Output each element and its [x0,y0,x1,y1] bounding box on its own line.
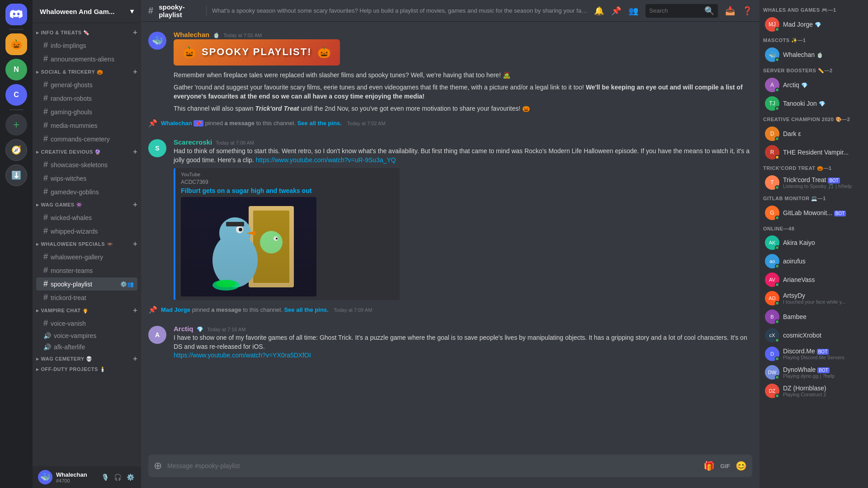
gif-icon[interactable]: GIF [720,463,730,469]
member-item-whalechan-sidebar[interactable]: 🐳 Whalechan 🍵 [761,46,866,64]
bell-icon[interactable]: 🔔 [594,6,604,16]
category-whaloween-specials[interactable]: ▸ WHALOWEEN SPECIALS 🦇 + [33,238,141,250]
server-icon-add[interactable]: + [5,114,27,136]
chevron-down-icon: ▾ [130,7,134,15]
chevron-icon: ▸ [36,356,39,362]
member-item-discord-me[interactable]: D Discord.Me BOT Playing Discord.Me Serv… [761,345,866,363]
server-icon-download[interactable]: ⬇️ [5,164,27,186]
server-icon-whaloween[interactable]: 🎃 [5,33,27,55]
system-actor-link-1[interactable]: Whalechan [161,120,192,127]
hash-icon: # [43,80,48,89]
category-creative-devious[interactable]: ▸ CREATIVE DEVIOUS 🔮 + [33,146,141,158]
category-add-icon[interactable]: + [133,355,137,363]
member-item-aoirufus[interactable]: ao aoirufus [761,252,866,270]
channel-item-voice-vanish[interactable]: # voice-vanish [36,317,137,330]
embed-title-link[interactable]: Filburt gets on a sugar high and tweaks … [181,187,311,194]
channel-item-spooky-playlist[interactable]: # spooky-playlist ⚙️👥 [36,277,137,291]
category-add-icon[interactable]: + [133,240,137,248]
members-icon[interactable]: 👥 [628,6,638,16]
pin-icon[interactable]: 📌 [611,6,621,16]
category-info-treats[interactable]: ▸ INFO & TREATS 🍬 + [33,27,141,38]
channel-name: commands-cemetery [51,136,110,143]
category-label: VAMPIRE CHAT 🧛 [41,308,89,314]
member-item-cosmic-xrobot[interactable]: cX cosmicXrobot [761,326,866,344]
scarecroski-link[interactable]: https://www.youtube.com/watch?v=uR-9Su3a… [256,156,396,164]
channel-item-wips-witches[interactable]: # wips-witches [36,172,137,185]
video-thumbnail[interactable]: ▶ [181,197,316,296]
member-item-trickord-treat[interactable]: T Trick'cord Treat BOT Listening to Spoo… [761,174,866,192]
channel-item-gamedev-goblins[interactable]: # gamedev-goblins [36,185,137,198]
search-box[interactable]: 🔍 [646,4,718,18]
channel-item-whipped-wizards[interactable]: # whipped-wizards [36,225,137,238]
member-item-mad-jorge[interactable]: MJ Mad Jorge 💎 [761,15,866,33]
message-input[interactable] [167,457,698,474]
channel-item-commands-cemetery[interactable]: # commands-cemetery [36,132,137,145]
category-wag-games[interactable]: ▸ WAG GAMES 👾 + [33,199,141,211]
member-item-bambee[interactable]: B Bambee [761,308,866,326]
channel-item-announcements-aliens[interactable]: # announcements-aliens [36,52,137,66]
category-add-icon[interactable]: + [133,28,137,37]
status-indicator [775,282,779,287]
channel-item-afk-afterlife[interactable]: 🔊 afk-afterlife [36,342,137,352]
search-icon: 🔍 [704,6,714,16]
server-header[interactable]: Whaloween And Gam... ▾ [33,0,141,23]
mute-button[interactable]: 🎙️ [99,472,110,483]
avatar-arianevass: AV [765,272,779,287]
member-item-arctiq[interactable]: A Arctiq 💎 [761,76,866,94]
hash-icon: # [43,226,48,236]
settings-button[interactable]: ⚙️ [125,472,136,483]
channel-item-trickord-treat[interactable]: # trickord-treat [36,291,137,304]
server-icon-explore[interactable]: 🧭 [5,139,27,161]
category-add-icon[interactable]: + [133,148,137,156]
system-actor-link-2[interactable]: Mad Jorge [161,306,190,313]
member-item-gitlab[interactable]: G GitLab Mowonit... BOT [761,204,866,222]
channel-item-random-robots[interactable]: # random-robots [36,92,137,105]
gift-icon[interactable]: 🎁 [703,460,715,471]
see-pins-link-2[interactable]: See all the pins. [284,306,328,313]
arctiq-link[interactable]: https://www.youtube.com/watch?v=YX0ra5DX… [174,352,311,359]
channel-item-general-ghosts[interactable]: # general-ghosts [36,78,137,91]
channel-item-monster-teams[interactable]: # monster-teams [36,264,137,277]
user-avatar: 🐳 [38,470,52,484]
category-vampire-chat[interactable]: ▸ VAMPIRE CHAT 🧛 + [33,305,141,316]
see-pins-link-1[interactable]: See all the pins. [297,120,342,127]
system-message-pin-1: 📌 Whalechan 📌 pinned a message to this c… [141,117,760,129]
channel-item-wicked-whales[interactable]: # wicked-whales [36,211,137,224]
channel-item-media-mummies[interactable]: # media-mummies [36,119,137,132]
deafen-button[interactable]: 🎧 [112,472,123,483]
voice-icon: 🔊 [43,332,51,339]
server-icon-other2[interactable]: C [5,84,27,106]
youtube-embed: YouTube ACDC7369 Filburt gets on a sugar… [174,168,400,300]
search-input[interactable] [649,7,701,14]
category-social-trickery[interactable]: ▸ SOCIAL & TRICKERY 🎃 + [33,66,141,78]
channel-item-showcase-skeletons[interactable]: # showcase-skeletons [36,158,137,171]
channel-item-voice-vampires[interactable]: 🔊 voice-vampires [36,330,137,341]
category-add-icon[interactable]: + [133,201,137,209]
help-icon[interactable]: ❓ [742,6,752,16]
channel-name: announcements-aliens [51,56,114,63]
member-item-dyno-whale[interactable]: DW DynoWhale BOT Playing dyno.gg | ?help [761,363,866,381]
emoji-icon[interactable]: 😊 [736,460,747,471]
member-item-resident-vampir[interactable]: R THE Resident Vampir... [761,143,866,161]
member-item-artsy-dy[interactable]: AD ArtsyDy I touched your face while y..… [761,289,866,307]
channel-item-gaming-ghouls[interactable]: # gaming-ghouls [36,105,137,118]
member-item-dz-hornblase[interactable]: DZ DZ (Hornblase) Playing Construct 2 [761,382,866,400]
attach-icon[interactable]: ⊕ [154,455,162,477]
channel-item-whaloween-gallery[interactable]: # whaloween-gallery [36,250,137,263]
category-off-duty-projects[interactable]: ▸ OFF-DUTY PROJECTS 🕯️ [33,365,141,374]
server-icon-home[interactable] [5,4,27,25]
category-add-icon[interactable]: + [133,68,137,76]
category-add-icon[interactable]: + [133,306,137,314]
channel-name: voice-vampires [54,332,96,339]
server-icon-other1[interactable]: N [5,59,27,80]
member-item-arianevass[interactable]: AV ArianeVass [761,271,866,289]
inbox-icon[interactable]: 📥 [725,6,735,16]
user-controls: 🎙️ 🎧 ⚙️ [99,472,136,483]
member-name-gitlab: GitLab Mowonit... BOT [783,209,863,216]
member-item-dark-e[interactable]: D Dark ε [761,125,866,143]
channel-item-info-implings[interactable]: # info-implings [36,39,137,52]
category-wag-cemetery[interactable]: ▸ WAG CEMETERY 💀 + [33,353,141,365]
member-item-tanooki-jon[interactable]: TJ Tanooki Jon 💎 [761,94,866,113]
chevron-icon: ▸ [36,308,39,314]
member-item-akira-kaiyo[interactable]: AK Akira Kaiyo [761,234,866,252]
